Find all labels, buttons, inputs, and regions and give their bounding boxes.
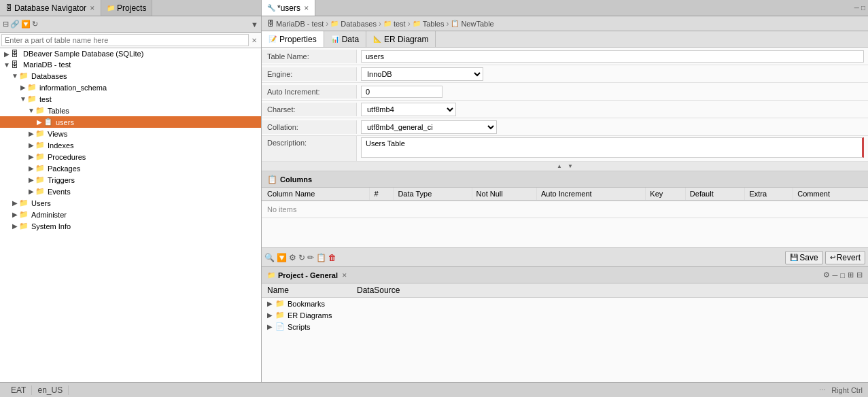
link-editor-icon[interactable]: 🔗 [10, 20, 20, 29]
tab-projects[interactable]: 📁 Projects [101, 0, 152, 16]
tree-item-system-info[interactable]: ▶ 📁 System Info [0, 220, 261, 232]
tab-data[interactable]: 📊 Data [324, 31, 366, 47]
charset-select[interactable]: utf8mb4 utf8 latin1 [361, 103, 456, 116]
tab-database-navigator[interactable]: 🗄 Database Navigator ✕ [0, 0, 101, 16]
save-button[interactable]: 💾 Save [785, 251, 822, 264]
tab-er-diagram[interactable]: 📐 ER Diagram [366, 31, 436, 47]
indexes-label: Indexes [48, 141, 74, 150]
views-folder-icon: 📁 [35, 129, 46, 138]
delete-toolbar-icon[interactable]: 🗑 [328, 253, 336, 262]
scroll-down-icon[interactable]: ▼ [568, 163, 573, 169]
refresh-toolbar-icon[interactable]: ↻ [298, 253, 305, 262]
tree-item-events[interactable]: ▶ 📁 Events [0, 186, 261, 197]
tree-item-views[interactable]: ▶ 📁 Views [0, 128, 261, 139]
description-label: Description: [262, 136, 357, 161]
copy-toolbar-icon[interactable]: 📋 [316, 253, 326, 262]
maximize-right-icon[interactable]: □ [861, 4, 865, 12]
bookmarks-folder-icon: 📁 [275, 299, 285, 308]
tree-item-test[interactable]: ▼ 📁 test [0, 93, 261, 105]
left-toolbar: ⊟ 🔗 🔽 ↻ ▼ [0, 16, 261, 33]
tree-item-users[interactable]: ▶ 📋 users [0, 116, 261, 128]
breadcrumb-newtable[interactable]: NewTable [461, 20, 493, 28]
filter-icon[interactable]: 🔽 [21, 20, 31, 29]
project-row-bookmarks[interactable]: ▶ 📁 Bookmarks [262, 298, 868, 309]
search-clear-icon[interactable]: ✕ [249, 35, 260, 46]
project-row-scripts[interactable]: ▶ 📄 Scripts [262, 321, 868, 332]
breadcrumb-mariadb-icon: 🗄 [267, 20, 274, 27]
triggers-folder-icon: 📁 [35, 175, 46, 184]
breadcrumb-test[interactable]: test [394, 20, 406, 28]
projects-label: Projects [117, 3, 146, 13]
tab-users[interactable]: 🔧 *users ✕ [262, 0, 315, 16]
col-header-autoincrement: Auto Increment [537, 188, 646, 201]
scripts-folder-icon: 📄 [275, 322, 285, 331]
status-eat: EAT [5, 385, 32, 395]
scroll-up-icon[interactable]: ▲ [557, 163, 562, 169]
bottom-maximize-icon[interactable]: □ [840, 271, 845, 279]
system-info-folder-icon: 📁 [19, 222, 30, 230]
filter-toolbar-icon[interactable]: 🔍 [264, 253, 275, 262]
tree-item-databases[interactable]: ▼ 📁 Databases [0, 70, 261, 82]
revert-button[interactable]: ↩ Revert [825, 251, 865, 264]
tree-item-mariadb[interactable]: ▼ 🗄 MariaDB - test [0, 59, 261, 70]
edit-toolbar-icon[interactable]: ✏ [307, 253, 314, 262]
db-nav-close[interactable]: ✕ [90, 5, 95, 12]
er-diagrams-folder-icon: 📁 [275, 311, 285, 320]
tables-toggle-icon: ▼ [27, 107, 35, 114]
engine-label: Engine: [262, 67, 357, 81]
breadcrumb-tables[interactable]: Tables [423, 20, 445, 28]
users-tab-close[interactable]: ✕ [304, 5, 309, 12]
er-tab-icon: 📐 [373, 35, 381, 43]
test-toggle-icon: ▼ [19, 95, 27, 103]
refresh-icon[interactable]: ↻ [32, 20, 38, 29]
auto-increment-input[interactable] [361, 86, 442, 98]
collation-select[interactable]: utf8mb4_general_ci utf8mb4_unicode_ci ut… [361, 120, 497, 134]
status-locale: en_US [32, 385, 69, 395]
collapse-all-icon[interactable]: ⊟ [3, 20, 9, 29]
indexes-toggle-icon: ▶ [27, 141, 35, 149]
tree-item-packages[interactable]: ▶ 📁 Packages [0, 162, 261, 174]
sqlite-db-icon: 🗄 [11, 50, 22, 58]
prop-row-charset: Charset: utf8mb4 utf8 latin1 [262, 101, 868, 118]
tree-item-administer[interactable]: ▶ 📁 Administer [0, 209, 261, 220]
search-input[interactable] [1, 34, 249, 46]
scroll-arrows-bar: ▲ ▼ [262, 162, 868, 171]
bottom-splith-icon[interactable]: ⊟ [856, 271, 863, 279]
properties-tab-label: Properties [279, 35, 317, 44]
description-input[interactable]: Users Table [361, 137, 864, 158]
tree-item-triggers[interactable]: ▶ 📁 Triggers [0, 174, 261, 186]
col-header-key: Key [646, 188, 686, 201]
col-header-notnull: Not Null [472, 188, 536, 201]
bottom-splitv-icon[interactable]: ⊞ [848, 271, 854, 279]
tree-item-indexes[interactable]: ▶ 📁 Indexes [0, 139, 261, 151]
bottom-minimize-icon[interactable]: ─ [833, 271, 838, 279]
bottom-settings-icon[interactable]: ⚙ [823, 271, 830, 279]
save-label: Save [799, 253, 818, 262]
tree-item-sqlite[interactable]: ▶ 🗄 DBeaver Sample Database (SQLite) [0, 48, 261, 59]
left-panel: ⊟ 🔗 🔽 ↻ ▼ ✕ ▶ 🗄 DBeaver Sample Database … [0, 16, 262, 382]
project-general-close[interactable]: ✕ [342, 272, 347, 279]
bookmarks-toggle-icon: ▶ [267, 300, 275, 307]
breadcrumb-databases[interactable]: Databases [341, 20, 377, 28]
project-general-title: Project - General [278, 271, 338, 279]
tree-item-procedures[interactable]: ▶ 📁 Procedures [0, 151, 261, 162]
tree-item-users-root[interactable]: ▶ 📁 Users [0, 197, 261, 209]
breadcrumb-mariadb[interactable]: MariaDB - test [276, 20, 324, 28]
test-label: test [39, 95, 52, 103]
indexes-folder-icon: 📁 [35, 141, 46, 150]
left-panel-menu-icon[interactable]: ▼ [251, 20, 258, 29]
settings-toolbar-icon[interactable]: ⚙ [289, 253, 296, 262]
filter2-toolbar-icon[interactable]: 🔽 [277, 253, 287, 262]
tree-item-tables[interactable]: ▼ 📁 Tables [0, 105, 261, 116]
procedures-label: Procedures [48, 153, 86, 161]
breadcrumb-newtable-icon: 📋 [451, 20, 459, 27]
tree-item-info-schema[interactable]: ▶ 📁 information_schema [0, 82, 261, 93]
table-name-input[interactable] [361, 50, 864, 63]
er-diagrams-toggle-icon: ▶ [267, 311, 275, 319]
minimize-right-icon[interactable]: ─ [854, 4, 859, 12]
engine-select[interactable]: InnoDB MyISAM MEMORY [361, 67, 483, 81]
tab-properties[interactable]: 📝 Properties [262, 31, 324, 47]
users-root-folder-icon: 📁 [19, 198, 30, 207]
project-row-er-diagrams[interactable]: ▶ 📁 ER Diagrams [262, 309, 868, 321]
right-tabs: 📝 Properties 📊 Data 📐 ER Diagram [262, 31, 868, 48]
